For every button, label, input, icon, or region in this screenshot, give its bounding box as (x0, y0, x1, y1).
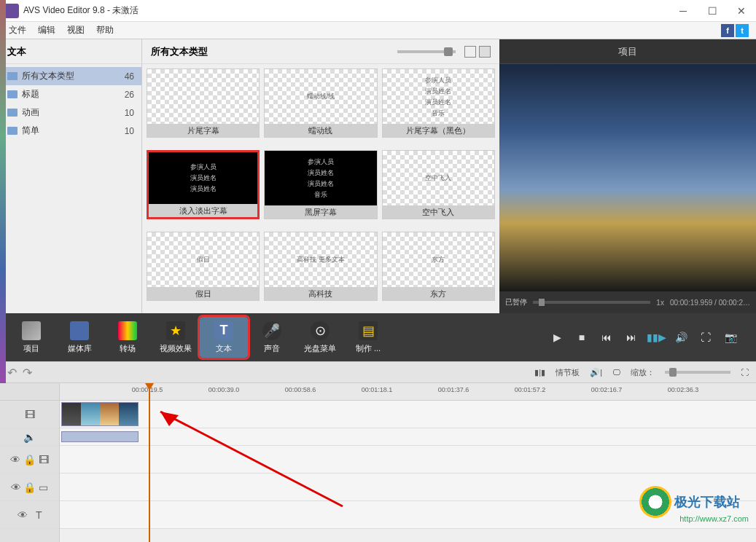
fx-track-head[interactable]: 👁 🔒 🎞 (0, 446, 59, 474)
audio-clip[interactable] (61, 431, 139, 442)
disc-icon: ⊙ (311, 321, 330, 340)
thumbnail-size-slider[interactable] (397, 50, 456, 53)
video-track[interactable] (60, 401, 756, 428)
audio-track[interactable] (60, 428, 756, 446)
thumb-preview: 参演人员演员姓名演员姓名音乐 (265, 151, 376, 205)
undo-button[interactable]: ↶ (7, 366, 17, 380)
prev-frame-button[interactable]: ⏮ (599, 329, 615, 345)
overlay-track-head[interactable]: 👁 🔒 ▭ (0, 474, 59, 501)
thumb-preview: 东方 (383, 232, 494, 287)
video-track-head[interactable]: 🎞 (0, 401, 59, 428)
audio-icon: 🎤 (262, 321, 281, 340)
sidebar-item-count: 10 (125, 108, 134, 118)
snapshot-button[interactable]: 📷 (722, 329, 739, 345)
gallery-thumb-7[interactable]: 高科技 更多文本高科技 (264, 232, 377, 301)
zoom-slider[interactable] (665, 371, 730, 374)
gallery-thumb-5[interactable]: 空中飞入空中飞入 (382, 150, 495, 219)
zoom-fit-icon[interactable]: ⛶ (741, 368, 749, 377)
ruler-tick: 00:01:57.2 (515, 386, 546, 393)
tool-label: 声音 (264, 343, 280, 354)
timeline-controls: ↶ ↷ ▮|▮ 情节板 🔊| 🖵 缩放： ⛶ (0, 361, 756, 383)
preview-header: 项目 (499, 39, 756, 64)
view-mode-icon[interactable] (464, 46, 476, 58)
stop-button[interactable]: ■ (574, 329, 590, 345)
maximize-button[interactable]: ☐ (698, 0, 727, 22)
thumb-preview: 参演人员演员姓名演员姓名音乐 (383, 69, 494, 124)
seek-slider[interactable] (533, 301, 650, 304)
tool-text-button[interactable]: T文本 (200, 317, 248, 358)
thumb-label: 黑屏字幕 (265, 205, 376, 219)
tool-project-button[interactable]: 项目 (7, 317, 55, 358)
media-icon (70, 321, 89, 340)
tool-disc-button[interactable]: ⊙光盘菜单 (296, 317, 344, 358)
thumb-preview: 空中飞入 (383, 151, 494, 205)
audio-track-head[interactable]: 🔈 (0, 428, 59, 446)
tool-media-button[interactable]: 媒体库 (55, 317, 104, 358)
gallery-header: 所有文本类型 (142, 39, 499, 64)
sidebar-item-count: 10 (125, 126, 134, 136)
view-list-icon[interactable] (479, 46, 491, 58)
gallery-thumb-1[interactable]: 蠕动线/线蠕动线 (264, 68, 377, 138)
sidebar-item-1[interactable]: 标题26 (0, 85, 141, 103)
zoom-label: 缩放： (631, 367, 655, 378)
ruler-tick: 00:00:39.0 (209, 386, 240, 393)
next-frame-button[interactable]: ⏭ (623, 329, 639, 345)
sidebar-item-count: 26 (125, 90, 134, 100)
playhead[interactable] (149, 383, 150, 542)
track-headers: 🎞 🔈 👁 🔒 🎞 👁 🔒 ▭ 👁 T (0, 383, 60, 542)
app-icon (4, 4, 19, 18)
sidebar-item-0[interactable]: 所有文本类型46 (0, 67, 141, 85)
volume-button[interactable]: 🔊 (673, 329, 689, 345)
storyboard-label[interactable]: 情节板 (556, 367, 580, 378)
watermark: 极光下载站 http://www.xz7.com (639, 484, 749, 520)
gallery-thumb-6[interactable]: 假日假日 (147, 232, 260, 301)
mode-toolbar: 项目媒体库转场★视频效果T文本🎤声音⊙光盘菜单▤制作 ... ▶ ■ ⏮ ⏭ ▮… (0, 313, 756, 361)
sidebar-item-label: 所有文本类型 (22, 70, 125, 82)
redo-button[interactable]: ↷ (23, 366, 32, 380)
transport-controls: ▶ ■ ⏮ ⏭ ▮▮▶ 🔊 ⛶ 📷 (549, 329, 749, 345)
tool-videofx-button[interactable]: ★视频效果 (152, 317, 200, 358)
fullscreen-button[interactable]: ⛶ (698, 329, 714, 345)
text-track-head[interactable]: 👁 T (0, 501, 59, 529)
facebook-icon[interactable]: f (721, 24, 734, 37)
tool-transition-button[interactable]: 转场 (104, 317, 152, 358)
tool-produce-button[interactable]: ▤制作 ... (344, 317, 392, 358)
produce-icon: ▤ (359, 321, 378, 340)
minimize-button[interactable]: ─ (669, 0, 698, 22)
watermark-logo-icon (639, 486, 671, 518)
playback-time: 00:00:19.959 / 00:00:2… (670, 299, 750, 307)
gallery-thumb-4[interactable]: 参演人员演员姓名演员姓名音乐黑屏字幕 (264, 150, 377, 219)
gallery-thumb-3[interactable]: 参演人员演员姓名演员姓名淡入淡出字幕 (147, 150, 260, 219)
thumb-preview: 参演人员演员姓名演员姓名 (149, 152, 257, 204)
thumb-preview: 高科技 更多文本 (265, 232, 376, 287)
gallery-panel: 所有文本类型 片尾字幕蠕动线/线蠕动线参演人员演员姓名演员姓名音乐片尾字幕（黑色… (142, 39, 499, 313)
window-title: AVS Video Editor 9.8 - 未激活 (23, 4, 669, 17)
menu-view[interactable]: 视图 (61, 23, 90, 38)
gallery-thumb-0[interactable]: 片尾字幕 (147, 68, 260, 138)
main-area: 文本 所有文本类型46标题26动画10简单10 所有文本类型 片尾字幕蠕动线/线… (0, 39, 756, 313)
split-clip-icon[interactable]: ▮|▮ (534, 368, 545, 377)
fx-track[interactable] (60, 446, 756, 474)
watermark-url: http://www.xz7.com (679, 514, 749, 523)
menu-help[interactable]: 帮助 (90, 23, 120, 38)
audio-toggle-icon[interactable]: 🔊| (590, 368, 602, 377)
gallery-thumb-2[interactable]: 参演人员演员姓名演员姓名音乐片尾字幕（黑色） (382, 68, 495, 138)
preview-video[interactable] (499, 64, 756, 291)
sidebar-item-3[interactable]: 简单10 (0, 122, 141, 140)
video-clip[interactable] (61, 402, 139, 426)
menu-edit[interactable]: 编辑 (32, 23, 61, 38)
timeline-ruler[interactable]: 00:00:19.500:00:39.000:00:58.600:01:18.1… (60, 383, 756, 401)
monitor-icon[interactable]: 🖵 (612, 368, 620, 377)
sidebar-item-2[interactable]: 动画10 (0, 103, 141, 122)
gallery-thumb-8[interactable]: 东方东方 (382, 232, 495, 301)
tool-audio-button[interactable]: 🎤声音 (248, 317, 296, 358)
gallery-title: 所有文本类型 (151, 45, 208, 58)
play-button[interactable]: ▶ (549, 329, 565, 345)
sidebar-item-label: 标题 (22, 88, 125, 101)
split-button[interactable]: ▮▮▶ (648, 329, 664, 345)
twitter-icon[interactable]: t (736, 24, 749, 37)
menu-file[interactable]: 文件 (3, 23, 32, 38)
thumb-label: 东方 (383, 287, 494, 300)
close-button[interactable]: ✕ (727, 0, 756, 22)
tool-label: 制作 ... (356, 343, 381, 354)
